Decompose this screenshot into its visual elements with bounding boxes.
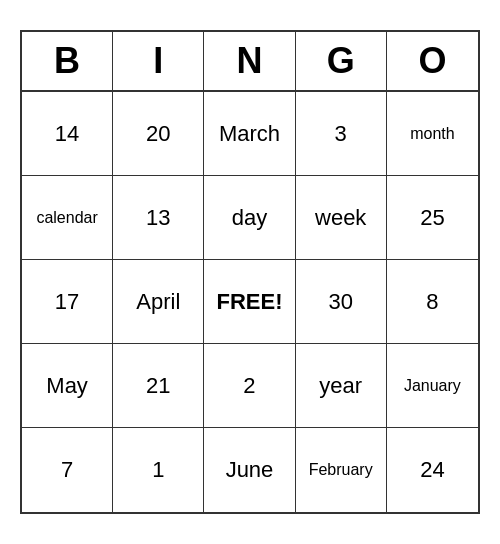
header-letter-n: N: [204, 32, 295, 90]
bingo-cell-24: 24: [387, 428, 478, 512]
bingo-header: BINGO: [22, 32, 478, 92]
bingo-cell-2: March: [204, 92, 295, 176]
bingo-cell-19: January: [387, 344, 478, 428]
bingo-cell-18: year: [296, 344, 387, 428]
bingo-cell-11: April: [113, 260, 204, 344]
bingo-cell-4: month: [387, 92, 478, 176]
bingo-cell-3: 3: [296, 92, 387, 176]
bingo-cell-13: 30: [296, 260, 387, 344]
bingo-grid: 1420March3monthcalendar13dayweek2517Apri…: [22, 92, 478, 512]
bingo-cell-21: 1: [113, 428, 204, 512]
bingo-cell-8: week: [296, 176, 387, 260]
header-letter-i: I: [113, 32, 204, 90]
header-letter-o: O: [387, 32, 478, 90]
bingo-cell-23: February: [296, 428, 387, 512]
bingo-cell-1: 20: [113, 92, 204, 176]
bingo-cell-14: 8: [387, 260, 478, 344]
header-letter-g: G: [296, 32, 387, 90]
header-letter-b: B: [22, 32, 113, 90]
bingo-cell-15: May: [22, 344, 113, 428]
bingo-cell-16: 21: [113, 344, 204, 428]
bingo-cell-17: 2: [204, 344, 295, 428]
bingo-cell-7: day: [204, 176, 295, 260]
bingo-cell-9: 25: [387, 176, 478, 260]
bingo-cell-0: 14: [22, 92, 113, 176]
bingo-cell-5: calendar: [22, 176, 113, 260]
bingo-cell-12: FREE!: [204, 260, 295, 344]
bingo-cell-6: 13: [113, 176, 204, 260]
bingo-cell-22: June: [204, 428, 295, 512]
bingo-cell-10: 17: [22, 260, 113, 344]
bingo-cell-20: 7: [22, 428, 113, 512]
bingo-card: BINGO 1420March3monthcalendar13dayweek25…: [20, 30, 480, 514]
